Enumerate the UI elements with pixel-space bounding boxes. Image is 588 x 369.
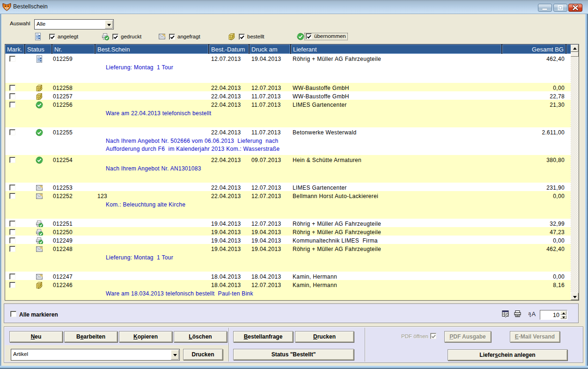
select-all-checkbox[interactable] bbox=[10, 311, 16, 317]
drucken-button[interactable]: Drucken bbox=[295, 331, 354, 342]
status-gedruckt-icon bbox=[36, 220, 43, 228]
row-012246-checkbox[interactable] bbox=[9, 282, 15, 288]
row-012256-best_datum: 22.04.2013 bbox=[211, 102, 241, 108]
row-012258-best_datum: 22.04.2013 bbox=[211, 85, 241, 91]
lieferschein-anlegen-button[interactable]: Lieferschein anlegen bbox=[448, 349, 567, 361]
window-title: Bestellschein bbox=[13, 3, 48, 10]
artikel-combobox[interactable]: Artikel bbox=[11, 349, 180, 361]
vertical-scrollbar[interactable] bbox=[571, 44, 579, 300]
panel-divider-1 bbox=[228, 328, 229, 362]
row-012251-checkbox[interactable] bbox=[9, 221, 15, 227]
table-row-012246[interactable]: 01224618.04.201312.07.2013Kamin, Hermann… bbox=[5, 280, 579, 300]
column-header-druck-am[interactable]: Druck am bbox=[250, 44, 290, 54]
column-header-status[interactable]: Status bbox=[25, 44, 51, 54]
table-row-012256[interactable]: 01225622.04.201311.07.2013LIMES Gartence… bbox=[5, 100, 579, 127]
close-button[interactable] bbox=[568, 4, 582, 12]
svg-text:a: a bbox=[529, 311, 531, 316]
table-row-012248[interactable]: 01224819.04.201319.04.2013Röhrig + Mülle… bbox=[5, 244, 579, 272]
scroll-up-button[interactable] bbox=[571, 44, 579, 52]
table-row-012258[interactable]: 01225822.04.201312.07.2013WW-Baustoffe G… bbox=[5, 83, 579, 91]
minimize-button[interactable] bbox=[538, 4, 552, 12]
print-icon[interactable] bbox=[514, 310, 522, 318]
column-header-gesamt-bg[interactable]: Gesamt BG bbox=[502, 44, 566, 54]
printer-ok-icon bbox=[102, 33, 109, 40]
filter-angelegt-checkbox[interactable] bbox=[49, 34, 55, 40]
filter-angefragt: angefragt bbox=[158, 32, 200, 41]
table-row-012251[interactable]: 01225119.04.201312.07.2013Röhrig + Mülle… bbox=[5, 219, 579, 227]
row-012253-checkbox[interactable] bbox=[9, 184, 15, 191]
column-header-mark.[interactable]: Mark. bbox=[5, 44, 24, 54]
bestellanfrage-button[interactable]: Bestellanfrage bbox=[233, 331, 293, 342]
table-row-012253[interactable]: 01225322.04.201312.07.2013LIMES Gartence… bbox=[5, 183, 579, 191]
spinner-up-button[interactable] bbox=[560, 311, 566, 315]
filter-uebernommen-label: übernommen bbox=[314, 33, 346, 39]
column-header-best.-datum[interactable]: Best.-Datum bbox=[209, 44, 249, 54]
row-012255-nr: 012255 bbox=[53, 129, 73, 136]
row-012246-gesamt_bg: 8,16 bbox=[471, 282, 565, 288]
spinner-down-button[interactable] bbox=[560, 315, 566, 319]
row-012254-nr: 012254 bbox=[53, 157, 73, 163]
window-border-left bbox=[0, 14, 1, 366]
scroll-down-button[interactable] bbox=[571, 293, 579, 300]
status-uebernommen-icon bbox=[36, 129, 43, 136]
email-versand-button[interactable]: E-Mail Versand bbox=[510, 331, 560, 342]
filter-gedruckt-checkbox[interactable] bbox=[112, 34, 118, 40]
table-row-012249[interactable]: 01224919.04.201319.04.2013Kommunaltechni… bbox=[5, 236, 579, 244]
scrollbar-thumb[interactable] bbox=[571, 52, 579, 57]
row-012252-druck_am: 12.07.2013 bbox=[251, 193, 281, 199]
row-012258-lieferant: WW-Baustoffe GmbH bbox=[293, 85, 349, 91]
envelope-icon bbox=[158, 33, 166, 40]
maximize-button[interactable] bbox=[553, 4, 567, 12]
row-012256-checkbox[interactable] bbox=[9, 102, 15, 108]
table-row-012250[interactable]: 01225019.04.201319.04.2013Röhrig + Mülle… bbox=[5, 227, 579, 236]
neu-button[interactable]: Neu bbox=[9, 331, 63, 342]
pdf-oeffnen-checkbox[interactable] bbox=[430, 333, 436, 339]
document-icon bbox=[34, 33, 42, 40]
row-012249-nr: 012249 bbox=[53, 237, 73, 244]
row-012259-checkbox[interactable] bbox=[9, 56, 15, 62]
font-size-icon[interactable]: aA bbox=[528, 310, 537, 318]
table-row-012254[interactable]: 01225422.04.201309.07.2013Hein & Schütte… bbox=[5, 155, 579, 183]
row-012249-checkbox[interactable] bbox=[9, 237, 15, 244]
row-012253-gesamt_bg: 231,90 bbox=[471, 184, 565, 191]
chevron-down-icon[interactable] bbox=[105, 20, 113, 29]
column-header-best.schein[interactable]: Best.Schein bbox=[96, 44, 208, 54]
row-012255-checkbox[interactable] bbox=[9, 129, 15, 135]
row-012253-druck_am: 12.07.2013 bbox=[251, 184, 281, 191]
row-012249-druck_am: 19.04.2013 bbox=[251, 237, 281, 244]
column-header-nr.[interactable]: Nr. bbox=[52, 44, 95, 54]
rows-count-spinner[interactable]: 10 bbox=[540, 310, 567, 320]
filter-angefragt-checkbox[interactable] bbox=[169, 34, 175, 40]
filter-bestellt-checkbox[interactable] bbox=[239, 34, 245, 40]
row-012257-checkbox[interactable] bbox=[9, 93, 15, 99]
window-border-bottom bbox=[0, 366, 588, 369]
filter-uebernommen-checkbox[interactable] bbox=[306, 33, 312, 39]
export-grid-icon[interactable] bbox=[501, 310, 510, 318]
loeschen-button[interactable]: Löschen bbox=[174, 331, 227, 342]
row-012252-checkbox[interactable] bbox=[9, 193, 15, 199]
row-012248-druck_am: 19.04.2013 bbox=[251, 246, 281, 252]
bearbeiten-button[interactable]: Bearbeiten bbox=[64, 331, 118, 342]
row-012248-checkbox[interactable] bbox=[9, 246, 15, 252]
column-header-lieferant[interactable]: Lieferant bbox=[291, 44, 501, 54]
table-row-012259[interactable]: 01225912.07.201319.04.2013Röhrig + Mülle… bbox=[5, 54, 579, 83]
row-012254-checkbox[interactable] bbox=[9, 157, 15, 163]
row-012246-druck_am: 12.07.2013 bbox=[251, 282, 281, 288]
table-row-012247[interactable]: 01224718.04.201318.04.2013Kamin, Hermann… bbox=[5, 272, 579, 280]
table-row-012252[interactable]: 01225212322.04.201312.07.2013Bellmann Ho… bbox=[5, 191, 579, 219]
mark-all-panel: Alle markieren aA 10 bbox=[4, 303, 579, 323]
table-row-012255[interactable]: 01225522.04.201311.07.2013Betonwerke Wes… bbox=[5, 127, 579, 155]
chevron-down-icon[interactable] bbox=[171, 350, 179, 360]
row-012254-gesamt_bg: 380,80 bbox=[471, 157, 565, 163]
auswahl-combobox[interactable]: Alle bbox=[34, 19, 114, 30]
pdf-ausgabe-button[interactable]: PDF Ausgabe bbox=[444, 331, 491, 342]
window-border-right bbox=[585, 14, 588, 366]
table-row-012257[interactable]: 01225722.04.201311.07.2013WW-Baustoffe G… bbox=[5, 91, 579, 100]
filter-bestellt: bestellt bbox=[228, 32, 264, 41]
drucken-artikel-button[interactable]: Drucken bbox=[183, 349, 223, 360]
row-012258-checkbox[interactable] bbox=[9, 85, 15, 91]
row-012247-checkbox[interactable] bbox=[9, 273, 15, 280]
status-bestellt-button[interactable]: Status "Bestellt" bbox=[233, 349, 354, 360]
kopieren-button[interactable]: Kopieren bbox=[119, 331, 172, 342]
row-012250-checkbox[interactable] bbox=[9, 229, 15, 235]
